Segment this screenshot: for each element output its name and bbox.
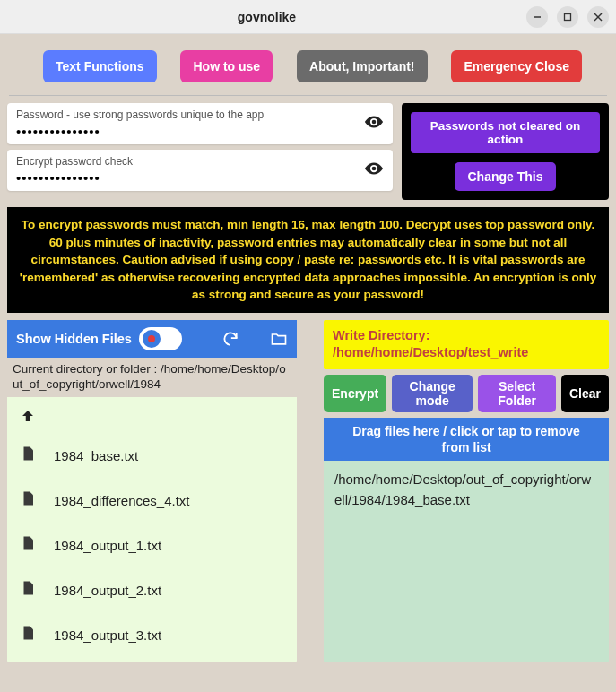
text-functions-button[interactable]: Text Functions <box>43 50 157 82</box>
file-item[interactable]: 1984_differences_4.txt <box>13 478 297 523</box>
file-icon <box>20 533 36 557</box>
file-browser-header: Show Hidden Files <box>7 320 297 358</box>
clear-button[interactable]: Clear <box>561 375 609 412</box>
write-directory-label: Write Directory: /home/home/Desktop/test… <box>324 320 609 369</box>
main-row: Show Hidden Files Current directory or f… <box>7 320 609 663</box>
action-button-row: Encrypt Change mode Select Folder Clear <box>324 375 609 412</box>
app-content: Text Functions How to use About, Importa… <box>0 34 616 692</box>
minimize-button[interactable] <box>526 6 548 28</box>
file-name: 1984_output_2.txt <box>54 583 161 598</box>
window-controls <box>526 6 609 28</box>
password-1-value: ••••••••••••••• <box>16 124 384 139</box>
folder-icon[interactable] <box>270 330 288 348</box>
file-name: 1984_base.txt <box>54 448 138 463</box>
how-to-use-button[interactable]: How to use <box>180 50 273 82</box>
change-this-button[interactable]: Change This <box>455 162 555 191</box>
drop-area-header: Drag files here / click or tap to remove… <box>324 418 609 461</box>
password-2-label: Encrypt password check <box>16 155 384 168</box>
password-field-2[interactable]: Encrypt password check ••••••••••••••• <box>7 150 393 191</box>
file-item[interactable]: 1984_output_3.txt <box>13 612 297 657</box>
current-directory-label: Current directory or folder : /home/home… <box>7 358 297 398</box>
about-button[interactable]: About, Important! <box>297 50 427 82</box>
right-pane: Write Directory: /home/home/Desktop/test… <box>324 320 609 663</box>
file-icon <box>20 578 36 601</box>
file-name: 1984_output_3.txt <box>54 627 161 643</box>
select-folder-button[interactable]: Select Folder <box>478 375 556 412</box>
top-button-row: Text Functions How to use About, Importa… <box>7 41 609 91</box>
divider <box>9 95 607 96</box>
eye-icon[interactable] <box>364 159 384 182</box>
show-hidden-toggle[interactable] <box>139 327 182 350</box>
file-list: 1984_base.txt1984_differences_4.txt1984_… <box>7 397 297 662</box>
warning-box: To encrypt passwords must match, min len… <box>7 207 609 313</box>
encrypt-button[interactable]: Encrypt <box>324 375 386 412</box>
file-icon <box>20 444 36 467</box>
drop-area[interactable]: Drag files here / click or tap to remove… <box>324 418 609 662</box>
emergency-close-button[interactable]: Emergency Close <box>451 50 582 82</box>
file-icon <box>20 489 36 512</box>
titlebar: govnolike <box>0 0 616 34</box>
file-name: 1984_differences_4.txt <box>54 493 190 508</box>
file-item[interactable]: 1984_output_1.txt <box>13 523 297 567</box>
maximize-button[interactable] <box>557 6 578 28</box>
window-title: govnolike <box>7 10 526 24</box>
password-2-value: ••••••••••••••• <box>16 170 384 186</box>
file-icon <box>20 623 36 646</box>
refresh-icon[interactable] <box>221 330 239 348</box>
eye-icon[interactable] <box>364 112 384 135</box>
file-item[interactable]: 1984_output_2.txt <box>13 567 297 612</box>
password-side-panel: Passwords not cleared on action Change T… <box>402 103 609 200</box>
close-button[interactable] <box>587 6 609 28</box>
file-browser-pane: Show Hidden Files Current directory or f… <box>7 320 297 663</box>
password-notice: Passwords not cleared on action <box>411 112 600 153</box>
show-hidden-label: Show Hidden Files <box>16 332 132 346</box>
dropped-file-item[interactable]: /home/home/Desktop/out_of_copyright/orwe… <box>324 461 609 519</box>
file-item[interactable]: 1984_base.txt <box>13 433 297 478</box>
svg-rect-1 <box>565 13 571 20</box>
password-fields: Password - use strong passwords unique t… <box>7 103 393 200</box>
password-row: Password - use strong passwords unique t… <box>7 103 609 200</box>
file-name: 1984_output_1.txt <box>54 538 161 553</box>
password-1-label: Password - use strong passwords unique t… <box>16 108 384 121</box>
change-mode-button[interactable]: Change mode <box>392 375 473 412</box>
parent-dir-button[interactable] <box>13 402 297 433</box>
password-field-1[interactable]: Password - use strong passwords unique t… <box>7 103 393 144</box>
